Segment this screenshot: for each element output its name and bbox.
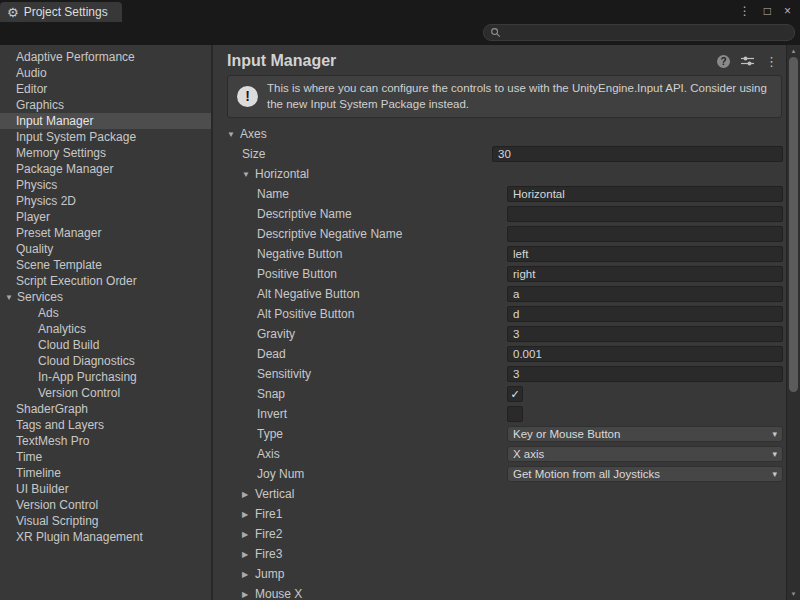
dropdown-value: Key or Mouse Button bbox=[513, 428, 768, 440]
triangle-right-icon[interactable]: ▶ bbox=[242, 550, 255, 559]
scrollbar-thumb[interactable] bbox=[789, 57, 798, 392]
sidebar-item-services-analytics[interactable]: Analytics bbox=[0, 321, 211, 337]
triangle-right-icon[interactable]: ▶ bbox=[242, 530, 255, 539]
sidebar-item-editor[interactable]: Editor bbox=[0, 81, 211, 97]
triangle-right-icon[interactable]: ▶ bbox=[242, 570, 255, 579]
sidebar-item-scene-template[interactable]: Scene Template bbox=[0, 257, 211, 273]
kebab-menu-icon[interactable]: ⋮ bbox=[739, 4, 751, 18]
info-text: This is where you can configure the cont… bbox=[267, 81, 772, 112]
label-descriptive-negative-name: Descriptive Negative Name bbox=[227, 227, 507, 241]
project-settings-tab[interactable]: ⚙ Project Settings bbox=[0, 2, 122, 22]
checkbox-snap[interactable]: ✓ bbox=[507, 386, 523, 402]
dropdown-value: Get Motion from all Joysticks bbox=[513, 468, 768, 480]
search-box[interactable] bbox=[483, 24, 795, 41]
sidebar-item-graphics[interactable]: Graphics bbox=[0, 97, 211, 113]
help-icon[interactable]: ? bbox=[717, 55, 730, 68]
property-row-axis: AxisX axis▾ bbox=[213, 444, 786, 464]
scroll-down-icon[interactable]: ▼ bbox=[787, 591, 800, 597]
field-alt-negative-button[interactable] bbox=[507, 286, 783, 302]
field-descriptive-name[interactable] bbox=[507, 206, 783, 222]
sidebar-item-label: Scene Template bbox=[16, 258, 102, 272]
sidebar-item-textmesh-pro[interactable]: TextMesh Pro bbox=[0, 433, 211, 449]
triangle-right-icon[interactable]: ▶ bbox=[242, 490, 255, 499]
field-name[interactable] bbox=[507, 186, 783, 202]
sidebar-item-input-system-package[interactable]: Input System Package bbox=[0, 129, 211, 145]
sidebar-item-adaptive-performance[interactable]: Adaptive Performance bbox=[0, 49, 211, 65]
field-size[interactable] bbox=[492, 146, 783, 162]
property-value bbox=[507, 346, 786, 362]
property-label: Fire2 bbox=[255, 527, 282, 541]
sidebar-item-services[interactable]: ▼Services bbox=[0, 289, 211, 305]
field-negative-button[interactable] bbox=[507, 246, 783, 262]
foldout-vertical[interactable]: ▶Vertical bbox=[227, 487, 492, 501]
search-input[interactable] bbox=[506, 26, 788, 38]
field-gravity[interactable] bbox=[507, 326, 783, 342]
field-alt-positive-button[interactable] bbox=[507, 306, 783, 322]
sidebar-item-version-control[interactable]: Version Control bbox=[0, 497, 211, 513]
foldout-fire1[interactable]: ▶Fire1 bbox=[227, 507, 492, 521]
sidebar-item-services-version-control[interactable]: Version Control bbox=[0, 385, 211, 401]
property-row-horizontal: ▼Horizontal bbox=[213, 164, 786, 184]
settings-category-sidebar: Adaptive PerformanceAudioEditorGraphicsI… bbox=[0, 45, 213, 600]
property-label: Type bbox=[257, 427, 283, 441]
foldout-horizontal[interactable]: ▼Horizontal bbox=[227, 167, 492, 181]
property-label: Mouse X bbox=[255, 587, 302, 600]
sidebar-item-ui-builder[interactable]: UI Builder bbox=[0, 481, 211, 497]
search-toolbar bbox=[0, 22, 800, 45]
sidebar-item-script-execution-order[interactable]: Script Execution Order bbox=[0, 273, 211, 289]
field-sensitivity[interactable] bbox=[507, 366, 783, 382]
checkbox-invert[interactable] bbox=[507, 406, 523, 422]
property-label: Negative Button bbox=[257, 247, 342, 261]
sidebar-item-package-manager[interactable]: Package Manager bbox=[0, 161, 211, 177]
triangle-down-icon[interactable]: ▼ bbox=[5, 293, 17, 302]
search-icon bbox=[490, 27, 501, 38]
sidebar-item-label: ShaderGraph bbox=[16, 402, 88, 416]
close-icon[interactable]: × bbox=[784, 4, 791, 18]
foldout-fire3[interactable]: ▶Fire3 bbox=[227, 547, 492, 561]
kebab-menu-icon[interactable]: ⋮ bbox=[765, 55, 778, 68]
maximize-icon[interactable]: □ bbox=[764, 4, 771, 18]
property-row-jump: ▶Jump bbox=[213, 564, 786, 584]
vertical-scrollbar[interactable]: ▲ ▼ bbox=[786, 45, 800, 600]
foldout-fire2[interactable]: ▶Fire2 bbox=[227, 527, 492, 541]
dropdown-joy-num[interactable]: Get Motion from all Joysticks▾ bbox=[507, 466, 783, 482]
sidebar-item-label: Editor bbox=[16, 82, 47, 96]
sidebar-item-quality[interactable]: Quality bbox=[0, 241, 211, 257]
field-positive-button[interactable] bbox=[507, 266, 783, 282]
sidebar-item-timeline[interactable]: Timeline bbox=[0, 465, 211, 481]
property-label: Name bbox=[257, 187, 289, 201]
sidebar-item-physics[interactable]: Physics bbox=[0, 177, 211, 193]
sidebar-item-input-manager[interactable]: Input Manager bbox=[0, 113, 211, 129]
sidebar-item-memory-settings[interactable]: Memory Settings bbox=[0, 145, 211, 161]
triangle-down-icon[interactable]: ▼ bbox=[242, 170, 255, 179]
sidebar-item-time[interactable]: Time bbox=[0, 449, 211, 465]
presets-icon[interactable] bbox=[741, 55, 754, 67]
triangle-down-icon[interactable]: ▼ bbox=[227, 130, 240, 139]
dropdown-value: X axis bbox=[513, 448, 768, 460]
field-dead[interactable] bbox=[507, 346, 783, 362]
sidebar-item-services-cloud-build[interactable]: Cloud Build bbox=[0, 337, 211, 353]
sidebar-item-xr-plugin-management[interactable]: XR Plugin Management bbox=[0, 529, 211, 545]
sidebar-item-services-cloud-diagnostics[interactable]: Cloud Diagnostics bbox=[0, 353, 211, 369]
sidebar-item-shadergraph[interactable]: ShaderGraph bbox=[0, 401, 211, 417]
sidebar-item-tags-and-layers[interactable]: Tags and Layers bbox=[0, 417, 211, 433]
sidebar-item-services-ads[interactable]: Ads bbox=[0, 305, 211, 321]
property-row-size: Size bbox=[213, 144, 786, 164]
sidebar-item-physics-2d[interactable]: Physics 2D bbox=[0, 193, 211, 209]
field-descriptive-negative-name[interactable] bbox=[507, 226, 783, 242]
triangle-right-icon[interactable]: ▶ bbox=[242, 510, 255, 519]
sidebar-item-preset-manager[interactable]: Preset Manager bbox=[0, 225, 211, 241]
sidebar-item-player[interactable]: Player bbox=[0, 209, 211, 225]
chevron-down-icon: ▾ bbox=[772, 449, 777, 459]
foldout-jump[interactable]: ▶Jump bbox=[227, 567, 492, 581]
foldout-mouse-x[interactable]: ▶Mouse X bbox=[227, 587, 492, 600]
dropdown-axis[interactable]: X axis▾ bbox=[507, 446, 783, 462]
dropdown-type[interactable]: Key or Mouse Button▾ bbox=[507, 426, 783, 442]
foldout-axes[interactable]: ▼Axes bbox=[227, 127, 477, 141]
scroll-up-icon[interactable]: ▲ bbox=[787, 48, 800, 54]
sidebar-item-visual-scripting[interactable]: Visual Scripting bbox=[0, 513, 211, 529]
triangle-right-icon[interactable]: ▶ bbox=[242, 590, 255, 599]
sidebar-item-audio[interactable]: Audio bbox=[0, 65, 211, 81]
property-label: Gravity bbox=[257, 327, 295, 341]
sidebar-item-services-in-app-purchasing[interactable]: In-App Purchasing bbox=[0, 369, 211, 385]
